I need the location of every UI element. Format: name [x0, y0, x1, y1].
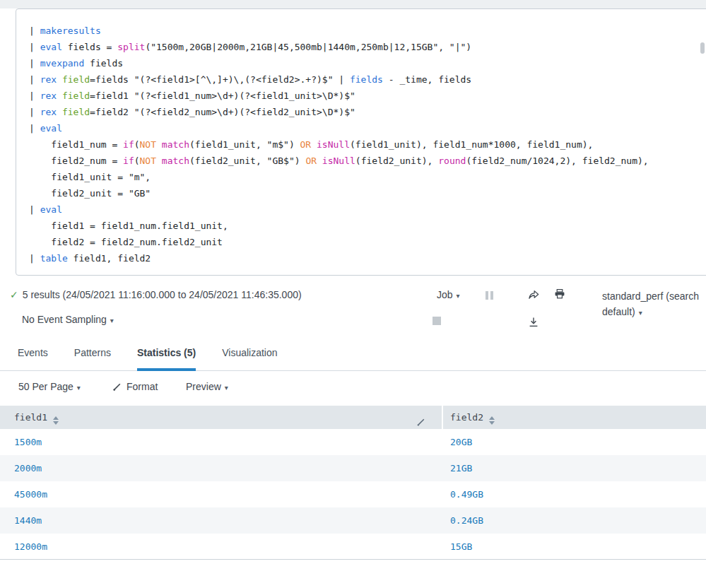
cell-value-link[interactable]: 0.49GB [450, 489, 483, 500]
table-cell: 12000m [0, 534, 443, 559]
table-cell: 45000m [0, 481, 443, 507]
query-line: | eval [29, 120, 706, 136]
caret-down-icon: ▾ [457, 292, 460, 300]
table-cell: 1440m [0, 507, 443, 534]
results-status: ✓5 results (24/05/2021 11:16:00.000 to 2… [10, 288, 302, 302]
table-controls: 50 Per Page▾ Format Preview▾ [0, 371, 706, 406]
query-line: field2_unit = "GB" [29, 185, 706, 201]
caret-down-icon: ▾ [77, 384, 81, 392]
download-icon [528, 317, 539, 328]
sort-icon[interactable] [53, 416, 59, 425]
print-button[interactable] [554, 288, 565, 302]
query-line: field2_num = if(NOT match(field2_unit, "… [29, 153, 706, 169]
table-cell: 2000m [0, 455, 443, 481]
pencil-icon[interactable] [416, 412, 426, 435]
tab-events[interactable]: Events [18, 338, 48, 371]
column-name: field2 [450, 412, 483, 423]
column-name: field1 [14, 412, 47, 423]
query-line: field1_unit = "m", [29, 169, 706, 185]
column-header-field2[interactable]: field2 [443, 406, 706, 429]
search-query-text: | makeresults| eval fields = split("1500… [16, 9, 706, 266]
query-line: | makeresults [29, 23, 706, 39]
preview-dropdown[interactable]: Preview▾ [186, 381, 228, 392]
share-arrow-icon [528, 288, 540, 300]
printer-icon [554, 288, 565, 300]
results-count-text: 5 results (24/05/2021 11:16:00.000 to 24… [23, 289, 302, 300]
query-line: | rex field=field1 "(?<field1_num>\d+)(?… [29, 88, 706, 104]
preview-label: Preview [186, 381, 221, 392]
event-sampling-label: No Event Sampling [22, 314, 107, 325]
query-line: | rex field=field2 "(?<field2_num>\d+)(?… [29, 104, 706, 120]
table-row: 45000m0.49GB [0, 481, 706, 507]
table-cell: 20GB [443, 429, 706, 455]
search-mode-line1: standard_perf (search [602, 290, 699, 302]
table-row: 2000m21GB [0, 455, 706, 481]
table-row: 12000m15GB [0, 534, 706, 560]
per-page-dropdown[interactable]: 50 Per Page▾ [18, 381, 81, 392]
tab-patterns[interactable]: Patterns [74, 338, 111, 371]
cell-value-link[interactable]: 1440m [14, 515, 42, 526]
per-page-label: 50 Per Page [18, 381, 73, 392]
cell-value-link[interactable]: 20GB [450, 437, 472, 447]
caret-down-icon: ▾ [110, 317, 114, 324]
query-line: field1_num = if(NOT match(field1_unit, "… [29, 136, 706, 153]
search-mode-selector[interactable]: standard_perf (search default)▾ [602, 288, 706, 321]
tab-visualization[interactable]: Visualization [222, 338, 277, 371]
stop-button[interactable] [433, 317, 441, 325]
pencil-icon [112, 382, 122, 392]
sort-icon[interactable] [489, 416, 495, 425]
statistics-table: field1 field2 1500m20GB2000m21GB45000m0.… [0, 406, 706, 560]
table-row: 1440m0.24GB [0, 507, 706, 534]
cell-value-link[interactable]: 21GB [450, 463, 472, 474]
table-cell: 0.24GB [443, 507, 706, 534]
editor-scrollbar[interactable] [700, 42, 705, 54]
caret-down-icon: ▾ [639, 309, 642, 317]
cell-value-link[interactable]: 1500m [14, 437, 42, 447]
success-check-icon: ✓ [10, 289, 18, 300]
query-line: | eval [29, 201, 706, 218]
column-header-field1[interactable]: field1 [0, 406, 442, 429]
results-tabs: EventsPatternsStatistics (5)Visualizatio… [0, 338, 706, 371]
table-body: 1500m20GB2000m21GB45000m0.49GB1440m0.24G… [0, 429, 706, 560]
query-line: | table field1, field2 [29, 250, 706, 266]
job-menu[interactable]: Job▾ [437, 289, 460, 300]
top-strip [0, 0, 706, 8]
table-cell: 15GB [443, 534, 706, 559]
event-sampling-dropdown[interactable]: No Event Sampling▾ [22, 314, 114, 325]
cell-value-link[interactable]: 45000m [14, 489, 47, 500]
cell-value-link[interactable]: 0.24GB [450, 515, 483, 526]
table-header-row: field1 field2 [0, 406, 706, 429]
search-query-editor[interactable]: | makeresults| eval fields = split("1500… [16, 8, 706, 276]
table-row: 1500m20GB [0, 429, 706, 455]
job-menu-label: Job [437, 289, 453, 300]
query-line: field2 = field2_num.field2_unit [29, 234, 706, 250]
format-button[interactable]: Format [112, 381, 158, 392]
query-line: | rex field=fields "(?<field1>[^\,]+)\,(… [29, 71, 706, 88]
cell-value-link[interactable]: 2000m [14, 463, 42, 474]
caret-down-icon: ▾ [225, 384, 228, 392]
table-cell: 0.49GB [443, 481, 706, 507]
table-cell: 1500m [0, 429, 443, 455]
cell-value-link[interactable]: 15GB [450, 541, 472, 552]
cell-value-link[interactable]: 12000m [14, 541, 47, 552]
share-button[interactable] [528, 288, 540, 303]
query-line: field1 = field1_num.field1_unit, [29, 218, 706, 234]
search-mode-line2: default) [602, 306, 635, 317]
tab-statistics[interactable]: Statistics (5) [137, 338, 196, 371]
format-label: Format [127, 381, 158, 392]
table-cell: 21GB [443, 455, 706, 481]
export-button[interactable] [528, 317, 539, 331]
query-line: | eval fields = split("1500m,20GB|2000m,… [29, 39, 706, 55]
query-line: | mvexpand fields [29, 55, 706, 71]
pause-button[interactable] [486, 291, 493, 300]
